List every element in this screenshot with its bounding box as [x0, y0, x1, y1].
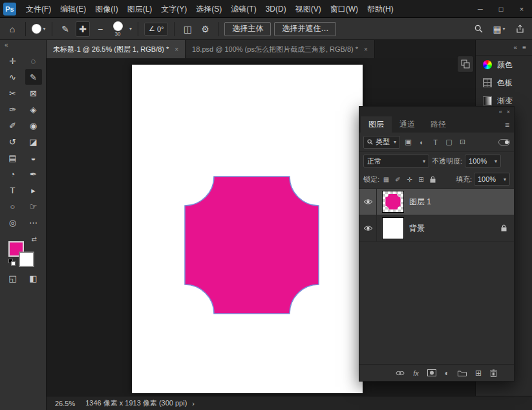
new-selection-button[interactable]: ✎: [58, 21, 72, 37]
healing-brush-tool[interactable]: ◈: [25, 102, 42, 117]
menu-image[interactable]: 图像(I): [90, 0, 122, 18]
select-subject-button[interactable]: 选择主体: [224, 22, 271, 36]
tab-layers[interactable]: 图层: [361, 116, 392, 133]
screen-mode-button[interactable]: ◧: [25, 270, 42, 286]
blur-tool[interactable]: ◒: [25, 150, 42, 166]
search-icon[interactable]: [471, 21, 485, 37]
dodge-tool[interactable]: ◔: [5, 166, 21, 182]
hand-tool[interactable]: ☞: [25, 199, 42, 214]
document-canvas[interactable]: [132, 65, 363, 393]
lock-position-icon[interactable]: ✛: [405, 174, 414, 184]
add-to-selection-button[interactable]: ✚: [76, 21, 90, 37]
lock-all-icon[interactable]: [428, 174, 438, 184]
document-tab-18psd[interactable]: 18.psd @ 100% (ps怎么把图片截成三角形, RGB/8) * ×: [186, 40, 375, 58]
collapse-panel-icon[interactable]: «: [499, 109, 502, 115]
fill-dropdown[interactable]: 100% ▾: [474, 173, 510, 186]
zoom-tool[interactable]: ◎: [5, 215, 21, 230]
magenta-shape[interactable]: [184, 176, 320, 315]
clone-stamp-tool[interactable]: ◉: [25, 118, 42, 133]
gear-icon[interactable]: ⚙: [198, 21, 212, 37]
eraser-tool[interactable]: ◪: [25, 134, 42, 149]
add-mask-icon[interactable]: [427, 369, 436, 376]
layer-thumbnail[interactable]: [382, 191, 404, 213]
filter-shape-layers-icon[interactable]: ▢: [443, 136, 454, 147]
home-icon[interactable]: ⌂: [5, 21, 19, 37]
blend-mode-dropdown[interactable]: 正常 ▾: [363, 155, 429, 167]
panel-menu-icon[interactable]: ≡: [500, 116, 514, 133]
brush-angle-field[interactable]: ∠ 0°: [144, 23, 168, 36]
menu-window[interactable]: 窗口(W): [326, 0, 363, 18]
marquee-tool[interactable]: ◌: [25, 53, 42, 69]
layer-row-layer1[interactable]: 图层 1: [359, 189, 514, 215]
layer-style-icon[interactable]: fx: [413, 369, 419, 377]
zoom-level[interactable]: 26.5%: [55, 400, 75, 407]
edit-toolbar-button[interactable]: ⋯: [25, 215, 42, 230]
delete-layer-icon[interactable]: [490, 369, 497, 377]
menu-select[interactable]: 选择(S): [191, 0, 226, 18]
layer-name[interactable]: 背景: [409, 223, 425, 234]
subtract-from-selection-button[interactable]: −: [93, 21, 107, 37]
filter-type-layers-icon[interactable]: T: [430, 136, 441, 147]
caret-icon[interactable]: ▾: [129, 26, 132, 32]
collapse-panels-icon[interactable]: «: [514, 44, 518, 51]
path-selection-tool[interactable]: ▸: [25, 182, 42, 198]
menu-type[interactable]: 文字(Y): [156, 0, 191, 18]
background-color-swatch[interactable]: [19, 252, 34, 267]
lock-transparency-icon[interactable]: ▦: [381, 174, 391, 184]
dock-menu-icon[interactable]: ≡: [522, 44, 526, 51]
tool-preset-button[interactable]: ▾: [32, 21, 46, 37]
close-panel-icon[interactable]: ×: [507, 109, 510, 115]
layer-thumbnail[interactable]: [382, 217, 404, 239]
brush-size-picker[interactable]: 30: [111, 21, 125, 37]
panel-button-swatches[interactable]: 色板: [476, 74, 532, 92]
filter-toggle[interactable]: [498, 139, 510, 146]
default-colors-icon[interactable]: [8, 259, 16, 266]
tab-close-icon[interactable]: ×: [364, 46, 368, 53]
menu-view[interactable]: 视图(V): [291, 0, 326, 18]
menu-filter[interactable]: 滤镜(T): [226, 0, 261, 18]
shape-tool[interactable]: ○: [5, 199, 21, 214]
filter-adjustment-layers-icon[interactable]: ◐: [416, 136, 427, 147]
share-icon[interactable]: [513, 21, 527, 37]
type-tool[interactable]: T: [5, 182, 21, 198]
layer-name[interactable]: 图层 1: [409, 197, 431, 208]
pen-tool[interactable]: ✒: [25, 166, 42, 182]
select-and-mask-button[interactable]: 选择并遮住…: [274, 22, 336, 36]
link-layers-icon[interactable]: [396, 371, 405, 376]
menu-file[interactable]: 文件(F): [21, 0, 56, 18]
minimize-button[interactable]: ─: [470, 0, 491, 18]
quick-selection-tool[interactable]: ✎: [25, 69, 42, 85]
collapse-tools-icon[interactable]: «: [0, 40, 46, 50]
frame-tool[interactable]: ⊠: [25, 85, 42, 101]
status-chevron-icon[interactable]: ›: [192, 400, 195, 407]
visibility-toggle[interactable]: [359, 215, 377, 242]
visibility-toggle[interactable]: [359, 189, 377, 215]
lock-artboard-icon[interactable]: ⊞: [416, 174, 426, 184]
quick-mask-button[interactable]: ◱: [5, 270, 21, 286]
document-tab-untitled[interactable]: 未标题-1 @ 26.5% (图层 1, RGB/8) * ×: [47, 40, 186, 58]
brush-tool[interactable]: ✐: [5, 118, 21, 133]
new-group-icon[interactable]: [458, 370, 467, 376]
eyedropper-tool[interactable]: ✑: [5, 102, 21, 117]
layer-row-background[interactable]: 背景: [359, 215, 514, 242]
history-brush-tool[interactable]: ↺: [5, 134, 21, 149]
swap-colors-icon[interactable]: ⇄: [32, 235, 37, 243]
tab-close-icon[interactable]: ×: [175, 46, 178, 53]
filter-smart-objects-icon[interactable]: ⊡: [457, 136, 468, 147]
move-tool[interactable]: ✛: [5, 53, 21, 69]
lasso-tool[interactable]: ∿: [5, 69, 21, 85]
filter-type-dropdown[interactable]: 类型 ▾: [363, 136, 400, 149]
close-button[interactable]: ×: [511, 0, 532, 18]
adjustment-layer-icon[interactable]: ◐: [445, 369, 449, 378]
workspace-switcher[interactable]: ▦▾: [492, 21, 506, 37]
menu-help[interactable]: 帮助(H): [363, 0, 398, 18]
opacity-dropdown[interactable]: 100% ▾: [465, 155, 501, 167]
tab-channels[interactable]: 通道: [392, 116, 423, 133]
tab-paths[interactable]: 路径: [423, 116, 454, 133]
gradient-tool[interactable]: ▤: [5, 150, 21, 166]
lock-pixels-icon[interactable]: ✐: [393, 174, 403, 184]
new-layer-icon[interactable]: ⊞: [475, 369, 482, 378]
crop-tool[interactable]: ✂: [5, 85, 21, 101]
symmetry-icon[interactable]: ◫: [180, 21, 195, 37]
panel-button-color[interactable]: 颜色: [476, 56, 532, 74]
